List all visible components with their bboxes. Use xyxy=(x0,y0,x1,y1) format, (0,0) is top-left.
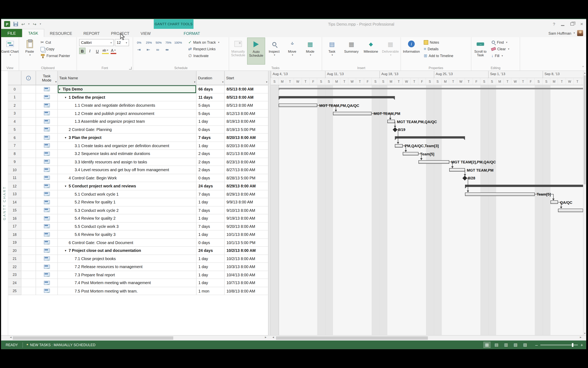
duration-cell[interactable]: 0 days xyxy=(197,174,225,182)
task-mode-cell[interactable]: → xyxy=(36,85,58,93)
row-info-cell[interactable] xyxy=(21,190,36,198)
duration-cell[interactable]: 24 days xyxy=(197,182,225,190)
summary-bar[interactable] xyxy=(465,185,583,187)
timescale-day[interactable]: T xyxy=(411,78,418,85)
timescale-week[interactable]: Aug 25, '13 xyxy=(434,71,488,78)
timescale-day[interactable]: F xyxy=(364,78,372,85)
row-info-cell[interactable] xyxy=(21,247,36,255)
qat-customize-icon[interactable]: ▾ xyxy=(40,23,41,26)
timescale-day[interactable]: M xyxy=(442,78,449,85)
row-number[interactable]: 21 xyxy=(8,255,21,263)
task-mode-cell[interactable]: → xyxy=(36,255,58,263)
task-mode-cell[interactable]: → xyxy=(36,222,58,230)
task-name-header[interactable]: Task Name▾ xyxy=(58,71,197,85)
duration-cell[interactable]: 11 days xyxy=(197,93,225,101)
timescale-day[interactable]: W xyxy=(403,78,411,85)
task-mode-cell[interactable]: → xyxy=(36,271,58,279)
row-number[interactable]: 4 xyxy=(8,118,21,126)
timescale-day[interactable]: M xyxy=(279,78,286,85)
row-number[interactable]: 22 xyxy=(8,263,21,271)
task-mode-cell[interactable]: → xyxy=(36,93,58,101)
duration-cell[interactable]: 1 day xyxy=(197,142,225,150)
timescale-week[interactable]: Aug 11, '13 xyxy=(325,71,380,78)
timescale-day[interactable]: T xyxy=(574,78,581,85)
save-icon[interactable] xyxy=(14,22,18,27)
task-mode-cell[interactable]: → xyxy=(36,263,58,271)
minimize-button[interactable] xyxy=(561,25,565,26)
auto-schedule-button[interactable]: Auto Schedule xyxy=(247,38,265,65)
find-button[interactable]: Find▾ xyxy=(489,39,511,46)
duration-cell[interactable]: 2 days xyxy=(197,166,225,174)
task-mode-cell[interactable]: → xyxy=(36,214,58,222)
row-info-cell[interactable] xyxy=(21,182,36,190)
task-mode-header[interactable]: Task Mode▾ xyxy=(36,71,58,85)
task-name-cell[interactable]: 1.3 Assemble and organize project team xyxy=(58,118,197,126)
task-name-cell[interactable]: 7.1 Close project books xyxy=(58,255,197,263)
row-info-cell[interactable] xyxy=(21,214,36,222)
row-number[interactable]: 3 xyxy=(8,110,21,118)
start-cell[interactable]: 9/20/13 8:00 AM xyxy=(225,222,268,230)
table-chart-splitter[interactable] xyxy=(268,71,271,335)
task-mode-cell[interactable]: → xyxy=(36,190,58,198)
chart-scrollbar-thumb[interactable] xyxy=(276,336,428,340)
insert-milestone-button[interactable]: ◆ Milestone xyxy=(361,38,381,65)
start-cell[interactable]: 10/1/13 5:00 PM xyxy=(225,239,268,247)
timescale-day[interactable]: W xyxy=(512,78,519,85)
timescale-day[interactable]: M xyxy=(387,78,395,85)
tab-file[interactable]: FILE xyxy=(1,29,22,37)
task-name-cell[interactable]: 4 Control Gate: Begin Work xyxy=(58,174,197,182)
font-family-select[interactable]: Calibri▾ xyxy=(79,39,114,46)
timescale-day[interactable]: W xyxy=(566,78,574,85)
timescale-day[interactable]: T xyxy=(286,78,294,85)
gantt-chart-view-shortcut-icon[interactable]: ▦ xyxy=(484,342,490,348)
duration-cell[interactable]: 1 day xyxy=(197,263,225,271)
start-cell[interactable]: 10/8/13 8:00 AM xyxy=(225,287,268,295)
information-button[interactable]: i Information xyxy=(401,38,422,65)
row-number[interactable]: 5 xyxy=(8,126,21,134)
help-button[interactable]: ? xyxy=(553,22,555,27)
timescale-day[interactable]: M xyxy=(496,78,504,85)
timescale-day[interactable]: S xyxy=(434,78,442,85)
scroll-left-icon[interactable]: ◄ xyxy=(9,336,12,339)
row-number[interactable]: 6 xyxy=(8,134,21,142)
task-mode-cell[interactable]: → xyxy=(36,182,58,190)
duration-cell[interactable]: 66 days xyxy=(197,85,225,93)
row-number-header[interactable] xyxy=(8,71,21,85)
background-color-button[interactable]: ab▾ xyxy=(102,48,109,54)
row-number[interactable]: 13 xyxy=(8,190,21,198)
task-mode-cell[interactable]: → xyxy=(36,287,58,295)
task-mode-cell[interactable]: → xyxy=(36,118,58,126)
row-number[interactable]: 7 xyxy=(8,142,21,150)
start-cell[interactable]: 10/3/13 8:00 AM xyxy=(225,263,268,271)
task-bar[interactable] xyxy=(387,120,395,123)
task-mode-cell[interactable]: → xyxy=(36,279,58,287)
timescale-day[interactable]: S xyxy=(488,78,496,85)
add-to-timeline-button[interactable]: ⊞Add to Timeline xyxy=(422,53,455,59)
duration-cell[interactable]: 1 day xyxy=(197,214,225,222)
row-number[interactable]: 2 xyxy=(8,101,21,109)
duration-cell[interactable]: 24 days xyxy=(197,247,225,255)
duration-header[interactable]: Duration▾ xyxy=(197,71,225,85)
user-avatar[interactable] xyxy=(577,30,583,36)
row-info-cell[interactable] xyxy=(21,166,36,174)
scroll-down-icon[interactable]: ▼ xyxy=(584,332,586,334)
collapse-triangle-icon[interactable]: ▾ xyxy=(65,249,69,252)
task-mode-cell[interactable]: → xyxy=(36,110,58,118)
timescale-day[interactable]: W xyxy=(348,78,356,85)
task-name-cell[interactable]: ▾Tips Demo xyxy=(58,85,197,93)
row-number[interactable]: 8 xyxy=(8,150,21,158)
task-name-cell[interactable]: ▾5 Conduct project work and reviews xyxy=(58,182,197,190)
task-name-cell[interactable]: 1.2 Create and publish project announcem… xyxy=(58,110,197,118)
start-cell[interactable]: 8/21/13 8:00 AM xyxy=(225,150,268,158)
copy-button[interactable]: Copy xyxy=(39,46,72,52)
task-name-cell[interactable]: 2 Control Gate: Planning xyxy=(58,126,197,134)
bold-button[interactable]: B xyxy=(79,48,86,54)
task-name-cell[interactable]: 5.3 Conduct work cycle 2 xyxy=(58,206,197,214)
task-bar[interactable] xyxy=(395,144,403,147)
row-number[interactable]: 11 xyxy=(8,174,21,182)
unlink-tasks-button[interactable]: ∞ xyxy=(163,47,171,53)
signed-in-user[interactable]: Sam Huffman xyxy=(548,31,571,35)
insert-deliverable-button[interactable]: ▦ Deliverable ▾ xyxy=(381,38,400,65)
task-bar[interactable] xyxy=(418,160,449,164)
start-cell[interactable]: 10/4/13 8:00 AM xyxy=(225,271,268,279)
